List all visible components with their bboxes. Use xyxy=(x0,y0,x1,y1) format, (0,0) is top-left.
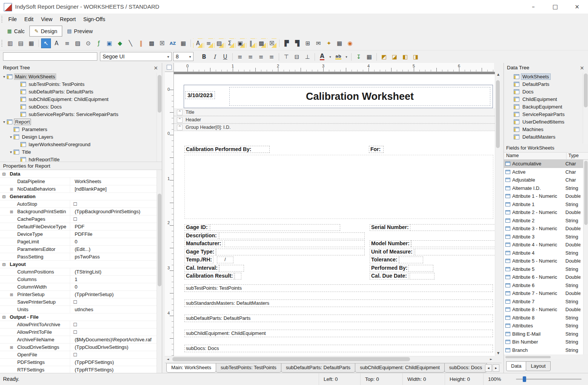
barcode-tool-icon[interactable]: ‖ xyxy=(136,38,146,48)
variable-tool-icon[interactable]: ƒ xyxy=(94,38,104,48)
property-value[interactable]: (TStringList) xyxy=(70,268,157,275)
property-value[interactable]: 0 xyxy=(70,238,157,245)
Attribute 2[interactable]: Attribute 2 String xyxy=(504,217,583,225)
richtext-tool-icon[interactable]: ▨ xyxy=(73,38,83,48)
ArchiveFileName[interactable]: ArchiveFileName ($MyDocuments)\ReportArc… xyxy=(0,336,157,344)
move-forward-icon[interactable]: ◧ xyxy=(400,52,410,62)
field-label[interactable]: Temp./RH: xyxy=(184,257,213,263)
align-center-icon[interactable]: ≡ xyxy=(246,52,255,62)
checkbox-icon[interactable]: ☐ xyxy=(73,202,77,207)
band-divider[interactable]: ^ Title xyxy=(174,108,495,116)
property-expander-icon[interactable]: ⊞ xyxy=(10,344,16,351)
object-name-input[interactable] xyxy=(3,52,97,61)
tree-expander-icon[interactable]: ▾ xyxy=(2,120,7,124)
scrollbar-thumb[interactable] xyxy=(584,161,588,225)
checkbox-icon[interactable]: ☐ xyxy=(73,330,77,335)
data-tree-item[interactable]: UserDefined6Items xyxy=(504,118,583,125)
db-field[interactable] xyxy=(410,224,495,231)
report-tree-item[interactable]: ▾ Title xyxy=(0,148,157,156)
field-label[interactable]: Gage Type: xyxy=(184,249,216,255)
canvas-vertical-scrollbar[interactable]: ▲ ▼ xyxy=(495,72,501,356)
property-value[interactable]: (TppBackgroundPrintSettings) xyxy=(70,208,157,215)
PrinterSetup[interactable]: ⊞ PrinterSetup (TppPrinterSetup) xyxy=(0,291,157,298)
db-field[interactable] xyxy=(216,249,365,255)
Attribute 8 - Numeric[interactable]: Attribute 8 - Numeric Double xyxy=(504,306,583,314)
db-checkbox-tool-icon[interactable]: ☒ xyxy=(267,38,277,48)
menu-item[interactable]: File xyxy=(5,14,21,25)
db-memo-tool-icon[interactable]: ≡ xyxy=(204,38,213,48)
bring-to-front-icon[interactable]: ◩ xyxy=(379,52,389,62)
data-tree-scrollbar[interactable] xyxy=(583,73,588,144)
italic-button[interactable]: I xyxy=(210,52,220,62)
canvas-horizontal-scrollbar[interactable]: ◄ ► xyxy=(165,356,494,362)
property-value[interactable]: WorkSheets xyxy=(70,178,157,185)
collapse-band-icon[interactable]: ^ xyxy=(177,117,183,123)
property-value[interactable]: 1 xyxy=(70,276,157,283)
zoom-slider[interactable] xyxy=(516,373,584,385)
Generation[interactable]: ⊟ Generation xyxy=(0,193,157,200)
property-value[interactable]: 0 xyxy=(70,283,157,290)
font-color-dropdown-icon[interactable]: ▾ xyxy=(328,52,333,62)
close-icon[interactable]: × xyxy=(578,64,586,72)
mail-merge-icon[interactable]: ✉ xyxy=(313,38,323,48)
report-tree-item[interactable]: ▾ Main: WorkSheets xyxy=(0,73,157,80)
checkbox-tool-icon[interactable]: ☒ xyxy=(157,38,167,48)
data-tree-item[interactable]: DefaultMasters xyxy=(504,133,583,141)
db-image-tool-icon[interactable]: ▣ xyxy=(235,38,245,48)
property-expander-icon[interactable]: ⊟ xyxy=(2,193,8,200)
fields-column-type[interactable]: Type xyxy=(566,153,579,160)
Attribute 1 - Numeric[interactable]: Attribute 1 - Numeric Double xyxy=(504,192,583,200)
property-value[interactable]: PDFFile xyxy=(70,231,157,238)
scrollbar-thumb[interactable] xyxy=(496,80,500,148)
memo-field[interactable] xyxy=(184,155,493,219)
db-field[interactable] xyxy=(408,265,433,272)
design-page-tab[interactable]: subChildEquipment: ChildEquipment xyxy=(355,363,445,373)
property-value[interactable]: (TppPrinterSetup) xyxy=(70,291,157,298)
design-page-tab[interactable]: subDocs: Docs xyxy=(444,363,487,373)
align-left-icon[interactable]: ≡ xyxy=(235,52,245,62)
Bin Number[interactable]: Bin Number String xyxy=(504,338,583,346)
title-band[interactable]: 3/10/2023 Calibration Worksheet xyxy=(184,85,493,108)
fields-scrollbar[interactable] xyxy=(583,160,588,354)
Units[interactable]: Units utInches xyxy=(0,306,157,313)
fields-column-name[interactable]: Name xyxy=(506,153,519,158)
field-label[interactable]: Model Number: xyxy=(370,240,411,247)
CloudDriveSettings[interactable]: ⊞ CloudDriveSettings (TppCloudDriveSetti… xyxy=(0,344,157,351)
property-value[interactable]: ($MyDocuments)\ReportArchive.raf xyxy=(70,336,157,343)
db-field[interactable] xyxy=(410,273,434,280)
field-label[interactable]: Tolerance: xyxy=(370,257,399,263)
DataPipeline[interactable]: DataPipeline WorkSheets xyxy=(0,178,157,185)
Accumulative[interactable]: Accumulative Char xyxy=(504,160,583,168)
menu-item[interactable]: Edit xyxy=(21,14,37,25)
property-value[interactable]: ☐ xyxy=(70,200,157,208)
db-text-tool-icon[interactable]: A xyxy=(193,38,203,48)
scrollbar-thumb[interactable] xyxy=(158,75,161,113)
property-value[interactable]: ☐ xyxy=(70,328,157,336)
tree-expander-icon[interactable]: ▾ xyxy=(8,150,14,154)
Attribute 4 - Numeric[interactable]: Attribute 4 - Numeric Double xyxy=(504,241,583,249)
CachePages[interactable]: CachePages ☐ xyxy=(0,215,157,223)
menu-item[interactable]: Report xyxy=(56,14,80,25)
scroll-right-icon[interactable]: ► xyxy=(488,356,494,362)
sort-az-icon[interactable]: AZ xyxy=(168,38,178,48)
property-value[interactable]: ☐ xyxy=(70,215,157,223)
property-value[interactable]: [ndBlankPage] xyxy=(70,185,157,192)
property-expander-icon[interactable]: ⊟ xyxy=(2,261,8,268)
region-tool-icon[interactable]: ▛ xyxy=(282,38,292,48)
subreport-band[interactable]: subDocs: Docs xyxy=(184,345,493,352)
Active[interactable]: Active Char xyxy=(504,168,583,176)
select-tool-icon[interactable]: ↖ xyxy=(41,38,51,48)
fields-horizontal-scrollbar[interactable] xyxy=(504,355,583,359)
mode-tab[interactable]: ▤ Preview xyxy=(62,26,98,37)
send-to-back-icon[interactable]: ◪ xyxy=(390,52,399,62)
checkbox-icon[interactable]: ☐ xyxy=(73,299,77,305)
report-bands-icon[interactable]: ▥ xyxy=(5,38,15,48)
scrollbar-thumb[interactable] xyxy=(505,356,551,358)
Attribute 8[interactable]: Attribute 8 String xyxy=(504,314,583,322)
report-tree-item[interactable]: layerWorksheetsForeground xyxy=(0,141,157,148)
db-field[interactable]: / xyxy=(217,257,233,263)
titlebar[interactable]: IndySoft Report Designer - WORKSHEETS / … xyxy=(0,0,588,14)
barcode-2d-tool-icon[interactable]: ▩ xyxy=(147,38,157,48)
align-justify-icon[interactable]: ≡ xyxy=(267,52,276,62)
OpenFile[interactable]: OpenFile ☐ xyxy=(0,351,157,359)
